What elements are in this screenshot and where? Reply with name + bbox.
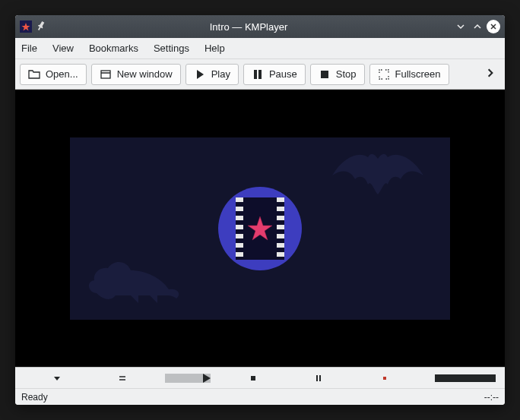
open-button[interactable]: Open... [20,64,87,85]
video-area[interactable] [15,90,505,367]
stop-icon [319,68,331,81]
svg-rect-15 [383,377,386,380]
statusbar: Ready --:-- [15,388,505,405]
fullscreen-label: Fullscreen [395,68,441,80]
fullscreen-button[interactable]: Fullscreen [369,64,449,85]
new-window-label: New window [117,68,173,80]
control-stop-button[interactable] [220,374,286,383]
pause-label: Pause [269,68,297,80]
bat-icon [328,153,427,198]
play-button[interactable]: Play [185,64,239,85]
time-display: --:-- [484,392,499,403]
svg-rect-7 [321,71,328,78]
record-icon [380,374,389,383]
toolbar-overflow-button[interactable] [480,65,500,84]
window-icon [100,68,112,81]
svg-rect-5 [254,70,257,79]
app-window: Intro — KMPlayer File View Bookmarks Set… [15,15,505,405]
svg-rect-13 [316,375,318,381]
svg-rect-6 [258,70,262,79]
svg-marker-4 [197,70,204,79]
new-window-button[interactable]: New window [91,64,181,85]
svg-marker-8 [248,216,272,240]
status-text: Ready [21,392,48,403]
splash-image [70,137,450,320]
list-icon [118,374,127,383]
stop-icon [249,374,258,383]
folder-icon [28,68,40,81]
menu-settings[interactable]: Settings [154,43,189,54]
control-pause-button[interactable] [286,374,351,383]
close-button[interactable] [487,20,500,33]
menu-view[interactable]: View [52,43,74,54]
menu-bookmarks[interactable]: Bookmarks [89,43,138,54]
rat-icon [85,251,184,312]
play-label: Play [211,68,230,80]
app-icon [20,21,32,33]
player-controls [15,367,505,388]
svg-rect-2 [101,71,110,78]
seek-slider[interactable] [155,374,220,383]
triangle-down-icon [52,374,62,383]
filmstrip-icon [236,197,284,260]
record-button[interactable] [352,374,417,383]
pause-button[interactable]: Pause [243,64,306,85]
chevron-right-icon [485,68,496,78]
toolbar: Open... New window Play Pause Stop Fulls… [15,59,505,90]
pause-icon [252,68,264,81]
open-label: Open... [46,68,78,80]
volume-slider[interactable] [417,374,496,382]
play-icon [194,68,206,81]
window-title: Intro — KMPlayer [46,21,452,33]
menubar: File View Bookmarks Settings Help [15,38,505,59]
pause-icon [314,374,323,383]
minimize-button[interactable] [453,19,468,34]
titlebar[interactable]: Intro — KMPlayer [15,15,505,38]
star-icon [246,215,274,242]
maximize-button[interactable] [470,19,485,34]
popup-menu-button[interactable] [24,374,90,383]
menu-file[interactable]: File [21,43,37,54]
menu-help[interactable]: Help [205,43,225,54]
logo-disc [218,187,302,270]
svg-marker-9 [54,377,60,381]
playlist-button[interactable] [90,374,155,383]
stop-label: Stop [336,68,357,80]
fullscreen-icon [378,68,390,81]
svg-rect-12 [251,376,255,381]
svg-rect-14 [319,375,321,381]
stop-button[interactable]: Stop [310,64,365,85]
